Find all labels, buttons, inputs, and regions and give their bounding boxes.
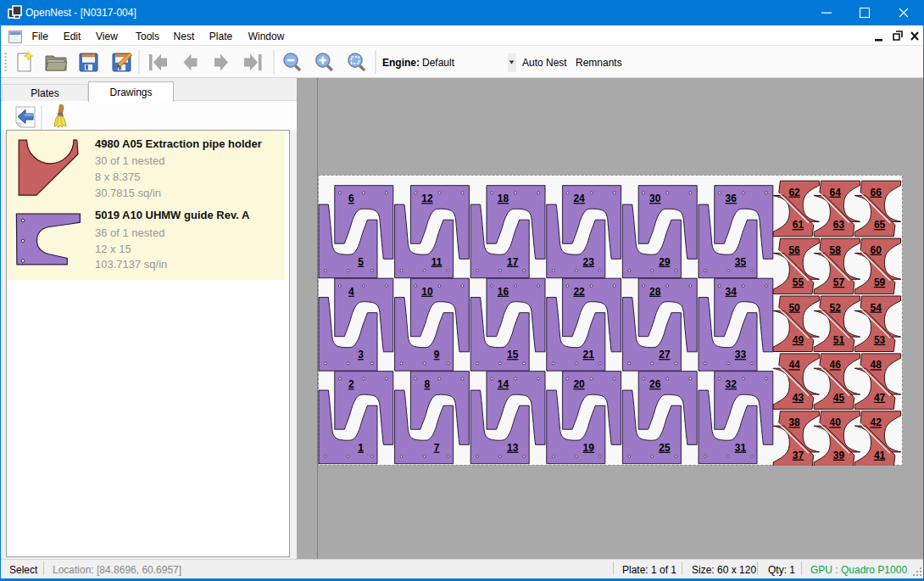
svg-text:50: 50	[788, 301, 800, 313]
svg-text:24: 24	[573, 193, 585, 204]
svg-text:53: 53	[873, 333, 885, 345]
svg-text:7: 7	[433, 441, 439, 453]
svg-text:40: 40	[829, 416, 841, 428]
svg-text:58: 58	[829, 243, 841, 255]
svg-text:45: 45	[832, 391, 844, 403]
svg-text:57: 57	[832, 277, 844, 288]
svg-text:66: 66	[870, 186, 882, 198]
svg-text:63: 63	[832, 219, 844, 231]
svg-text:59: 59	[873, 277, 885, 288]
svg-text:11: 11	[431, 255, 442, 267]
svg-text:32: 32	[725, 378, 737, 390]
svg-text:34: 34	[725, 285, 737, 297]
svg-text:55: 55	[792, 277, 804, 288]
svg-text:48: 48	[870, 359, 882, 371]
svg-text:51: 51	[832, 333, 844, 345]
svg-text:22: 22	[573, 285, 585, 297]
svg-text:44: 44	[788, 359, 800, 371]
svg-text:54: 54	[870, 301, 882, 313]
svg-text:21: 21	[582, 349, 594, 360]
svg-text:29: 29	[659, 255, 671, 267]
svg-text:26: 26	[649, 378, 661, 390]
svg-text:20: 20	[573, 378, 585, 390]
svg-text:5: 5	[358, 255, 364, 267]
svg-text:43: 43	[792, 391, 804, 403]
svg-text:56: 56	[788, 243, 800, 255]
svg-text:28: 28	[649, 285, 661, 297]
svg-text:60: 60	[870, 243, 882, 255]
svg-text:37: 37	[792, 449, 804, 461]
svg-text:12: 12	[421, 193, 433, 204]
svg-text:23: 23	[582, 255, 594, 267]
svg-text:38: 38	[788, 416, 800, 428]
svg-text:25: 25	[659, 441, 671, 453]
svg-text:49: 49	[792, 333, 804, 345]
svg-text:42: 42	[870, 416, 882, 428]
svg-text:16: 16	[497, 285, 509, 297]
svg-text:15: 15	[507, 349, 519, 360]
svg-text:8: 8	[424, 378, 430, 390]
svg-text:39: 39	[832, 449, 844, 461]
svg-text:6: 6	[348, 193, 353, 204]
svg-text:52: 52	[829, 301, 841, 313]
svg-text:64: 64	[829, 186, 841, 198]
svg-text:31: 31	[734, 441, 746, 453]
svg-text:10: 10	[421, 285, 433, 297]
svg-text:17: 17	[507, 255, 519, 267]
svg-text:30: 30	[649, 193, 661, 204]
svg-text:62: 62	[788, 186, 800, 198]
svg-text:9: 9	[433, 349, 439, 360]
svg-text:61: 61	[792, 219, 804, 231]
svg-text:14: 14	[497, 378, 509, 390]
svg-text:4: 4	[348, 285, 353, 297]
svg-text:19: 19	[582, 441, 594, 453]
svg-text:13: 13	[507, 441, 519, 453]
svg-text:36: 36	[725, 193, 737, 204]
svg-text:3: 3	[358, 349, 364, 360]
svg-text:18: 18	[497, 193, 509, 204]
svg-text:33: 33	[734, 349, 746, 360]
svg-text:65: 65	[873, 219, 885, 231]
svg-text:1: 1	[358, 441, 364, 453]
svg-text:2: 2	[348, 378, 353, 390]
svg-text:27: 27	[659, 349, 671, 360]
svg-text:46: 46	[829, 359, 841, 371]
svg-text:41: 41	[873, 449, 885, 461]
svg-text:35: 35	[734, 255, 746, 267]
svg-text:47: 47	[873, 391, 885, 403]
